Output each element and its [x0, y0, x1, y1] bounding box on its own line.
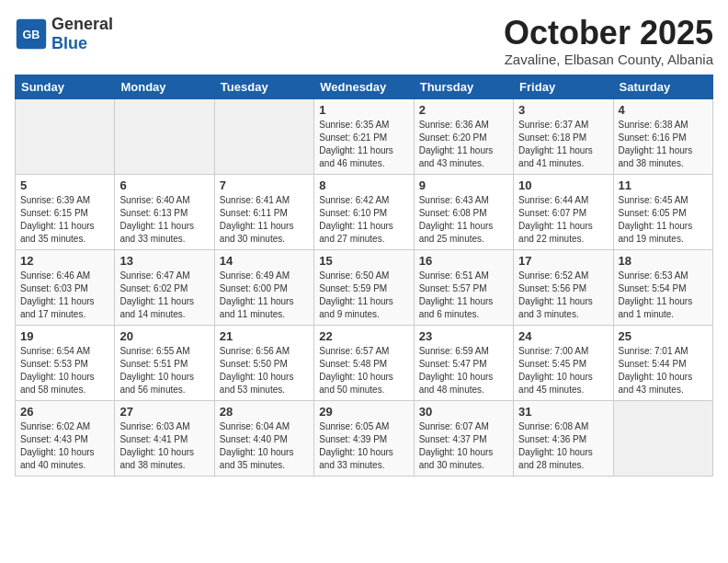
calendar-cell: 24Sunrise: 7:00 AM Sunset: 5:45 PM Dayli… — [514, 325, 613, 400]
day-info: Sunrise: 6:39 AM Sunset: 6:15 PM Dayligh… — [20, 194, 109, 246]
calendar-cell: 19Sunrise: 6:54 AM Sunset: 5:53 PM Dayli… — [16, 325, 115, 400]
day-info: Sunrise: 6:41 AM Sunset: 6:11 PM Dayligh… — [220, 194, 309, 246]
day-number: 8 — [319, 178, 408, 192]
calendar-cell: 31Sunrise: 6:08 AM Sunset: 4:36 PM Dayli… — [514, 400, 613, 476]
calendar-cell: 20Sunrise: 6:55 AM Sunset: 5:51 PM Dayli… — [115, 325, 214, 400]
calendar-cell: 21Sunrise: 6:56 AM Sunset: 5:50 PM Dayli… — [214, 325, 313, 400]
day-number: 27 — [119, 405, 209, 419]
calendar-cell — [214, 98, 313, 174]
calendar-week-row: 19Sunrise: 6:54 AM Sunset: 5:53 PM Dayli… — [16, 325, 713, 400]
day-info: Sunrise: 6:07 AM Sunset: 4:37 PM Dayligh… — [419, 420, 508, 472]
day-number: 21 — [220, 329, 309, 343]
calendar-cell: 14Sunrise: 6:49 AM Sunset: 6:00 PM Dayli… — [214, 249, 313, 325]
day-info: Sunrise: 6:47 AM Sunset: 6:02 PM Dayligh… — [119, 270, 209, 321]
day-number: 28 — [220, 405, 309, 419]
calendar-cell: 27Sunrise: 6:03 AM Sunset: 4:41 PM Dayli… — [115, 400, 214, 476]
day-info: Sunrise: 7:00 AM Sunset: 5:45 PM Dayligh… — [518, 345, 608, 396]
day-number: 29 — [319, 405, 408, 419]
calendar-cell: 26Sunrise: 6:02 AM Sunset: 4:43 PM Dayli… — [16, 400, 115, 476]
logo-text-general: General — [51, 15, 113, 33]
day-number: 1 — [319, 103, 408, 117]
day-number: 12 — [20, 254, 109, 268]
logo: GB General Blue — [15, 15, 113, 53]
weekday-header: Monday — [115, 75, 214, 98]
day-info: Sunrise: 6:05 AM Sunset: 4:39 PM Dayligh… — [319, 420, 408, 472]
calendar-cell: 18Sunrise: 6:53 AM Sunset: 5:54 PM Dayli… — [613, 249, 712, 325]
calendar-cell: 6Sunrise: 6:40 AM Sunset: 6:13 PM Daylig… — [115, 174, 214, 249]
day-number: 2 — [419, 103, 508, 117]
day-info: Sunrise: 6:46 AM Sunset: 6:03 PM Dayligh… — [20, 270, 109, 321]
day-info: Sunrise: 6:04 AM Sunset: 4:40 PM Dayligh… — [220, 420, 309, 472]
day-number: 25 — [619, 329, 708, 343]
calendar-week-row: 1Sunrise: 6:35 AM Sunset: 6:21 PM Daylig… — [16, 98, 713, 174]
day-number: 6 — [119, 178, 209, 192]
svg-text:GB: GB — [23, 29, 40, 41]
calendar-week-row: 26Sunrise: 6:02 AM Sunset: 4:43 PM Dayli… — [16, 400, 713, 476]
calendar-cell: 5Sunrise: 6:39 AM Sunset: 6:15 PM Daylig… — [16, 174, 115, 249]
page-header: GB General Blue October 2025 Zavaline, E… — [15, 15, 713, 67]
day-number: 23 — [419, 329, 508, 343]
weekday-header: Saturday — [613, 75, 712, 98]
calendar-cell: 1Sunrise: 6:35 AM Sunset: 6:21 PM Daylig… — [314, 98, 414, 174]
month-title: October 2025 — [504, 15, 713, 52]
title-block: October 2025 Zavaline, Elbasan County, A… — [504, 15, 713, 67]
calendar-cell: 16Sunrise: 6:51 AM Sunset: 5:57 PM Dayli… — [414, 249, 513, 325]
calendar-cell: 25Sunrise: 7:01 AM Sunset: 5:44 PM Dayli… — [613, 325, 712, 400]
weekday-header: Friday — [514, 75, 613, 98]
day-info: Sunrise: 6:02 AM Sunset: 4:43 PM Dayligh… — [20, 420, 109, 472]
calendar-cell: 22Sunrise: 6:57 AM Sunset: 5:48 PM Dayli… — [314, 325, 414, 400]
weekday-header: Thursday — [414, 75, 513, 98]
logo-text-blue: Blue — [51, 34, 87, 52]
day-info: Sunrise: 6:56 AM Sunset: 5:50 PM Dayligh… — [220, 345, 309, 396]
day-number: 3 — [518, 103, 608, 117]
day-number: 26 — [20, 405, 109, 419]
day-info: Sunrise: 6:43 AM Sunset: 6:08 PM Dayligh… — [419, 194, 508, 246]
weekday-header: Wednesday — [314, 75, 414, 98]
calendar-cell: 12Sunrise: 6:46 AM Sunset: 6:03 PM Dayli… — [16, 249, 115, 325]
calendar-cell: 4Sunrise: 6:38 AM Sunset: 6:16 PM Daylig… — [613, 98, 712, 174]
day-info: Sunrise: 6:49 AM Sunset: 6:00 PM Dayligh… — [220, 270, 309, 321]
calendar-week-row: 12Sunrise: 6:46 AM Sunset: 6:03 PM Dayli… — [16, 249, 713, 325]
day-info: Sunrise: 6:38 AM Sunset: 6:16 PM Dayligh… — [619, 119, 708, 170]
day-info: Sunrise: 6:59 AM Sunset: 5:47 PM Dayligh… — [419, 345, 508, 396]
day-number: 13 — [119, 254, 209, 268]
day-info: Sunrise: 6:35 AM Sunset: 6:21 PM Dayligh… — [319, 119, 408, 170]
location-subtitle: Zavaline, Elbasan County, Albania — [504, 52, 713, 67]
day-info: Sunrise: 6:42 AM Sunset: 6:10 PM Dayligh… — [319, 194, 408, 246]
calendar-week-row: 5Sunrise: 6:39 AM Sunset: 6:15 PM Daylig… — [16, 174, 713, 249]
calendar-cell: 13Sunrise: 6:47 AM Sunset: 6:02 PM Dayli… — [115, 249, 214, 325]
calendar-cell — [613, 400, 712, 476]
day-number: 19 — [20, 329, 109, 343]
logo-icon: GB — [15, 17, 48, 51]
calendar-cell: 17Sunrise: 6:52 AM Sunset: 5:56 PM Dayli… — [514, 249, 613, 325]
calendar-cell — [16, 98, 115, 174]
calendar-cell: 11Sunrise: 6:45 AM Sunset: 6:05 PM Dayli… — [613, 174, 712, 249]
day-info: Sunrise: 6:44 AM Sunset: 6:07 PM Dayligh… — [518, 194, 608, 246]
day-number: 15 — [319, 254, 408, 268]
calendar-cell: 3Sunrise: 6:37 AM Sunset: 6:18 PM Daylig… — [514, 98, 613, 174]
day-info: Sunrise: 6:57 AM Sunset: 5:48 PM Dayligh… — [319, 345, 408, 396]
calendar-cell: 7Sunrise: 6:41 AM Sunset: 6:11 PM Daylig… — [214, 174, 313, 249]
calendar-cell: 15Sunrise: 6:50 AM Sunset: 5:59 PM Dayli… — [314, 249, 414, 325]
day-number: 30 — [419, 405, 508, 419]
calendar-cell: 23Sunrise: 6:59 AM Sunset: 5:47 PM Dayli… — [414, 325, 513, 400]
day-number: 24 — [518, 329, 608, 343]
day-info: Sunrise: 6:55 AM Sunset: 5:51 PM Dayligh… — [119, 345, 209, 396]
weekday-header: Tuesday — [214, 75, 313, 98]
day-number: 10 — [518, 178, 608, 192]
weekday-header-row: SundayMondayTuesdayWednesdayThursdayFrid… — [16, 75, 713, 98]
day-number: 4 — [619, 103, 708, 117]
day-info: Sunrise: 6:37 AM Sunset: 6:18 PM Dayligh… — [518, 119, 608, 170]
day-info: Sunrise: 6:36 AM Sunset: 6:20 PM Dayligh… — [419, 119, 508, 170]
day-number: 9 — [419, 178, 508, 192]
calendar-cell — [115, 98, 214, 174]
day-number: 18 — [619, 254, 708, 268]
day-info: Sunrise: 6:08 AM Sunset: 4:36 PM Dayligh… — [518, 420, 608, 472]
day-info: Sunrise: 6:40 AM Sunset: 6:13 PM Dayligh… — [119, 194, 209, 246]
day-number: 16 — [419, 254, 508, 268]
day-info: Sunrise: 6:54 AM Sunset: 5:53 PM Dayligh… — [20, 345, 109, 396]
calendar-cell: 8Sunrise: 6:42 AM Sunset: 6:10 PM Daylig… — [314, 174, 414, 249]
calendar-cell: 2Sunrise: 6:36 AM Sunset: 6:20 PM Daylig… — [414, 98, 513, 174]
day-info: Sunrise: 7:01 AM Sunset: 5:44 PM Dayligh… — [619, 345, 708, 396]
calendar-cell: 29Sunrise: 6:05 AM Sunset: 4:39 PM Dayli… — [314, 400, 414, 476]
